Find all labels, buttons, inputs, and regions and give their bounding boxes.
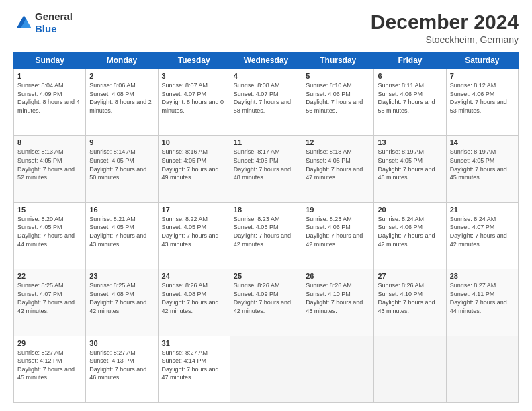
col-wednesday: Wednesday xyxy=(230,52,302,69)
calendar-header-row: Sunday Monday Tuesday Wednesday Thursday… xyxy=(14,52,519,69)
table-row: 21 Sunrise: 8:24 AMSunset: 4:07 PMDaylig… xyxy=(446,202,518,269)
day-info: Sunrise: 8:06 AMSunset: 4:08 PMDaylight:… xyxy=(89,82,152,114)
table-row: 9 Sunrise: 8:14 AMSunset: 4:05 PMDayligh… xyxy=(86,136,158,202)
day-info: Sunrise: 8:25 AMSunset: 4:08 PMDaylight:… xyxy=(89,282,146,314)
day-info: Sunrise: 8:26 AMSunset: 4:09 PMDaylight:… xyxy=(234,282,291,314)
day-info: Sunrise: 8:19 AMSunset: 4:05 PMDaylight:… xyxy=(450,148,507,181)
day-number: 24 xyxy=(162,272,226,280)
logo-wrapper: General Blue xyxy=(13,11,73,35)
day-number: 6 xyxy=(378,72,442,80)
day-number: 5 xyxy=(306,72,370,80)
day-info: Sunrise: 8:24 AMSunset: 4:07 PMDaylight:… xyxy=(450,216,507,248)
day-info: Sunrise: 8:11 AMSunset: 4:06 PMDaylight:… xyxy=(378,82,435,114)
col-tuesday: Tuesday xyxy=(158,52,230,69)
day-number: 30 xyxy=(89,339,154,347)
table-row: 4 Sunrise: 8:08 AMSunset: 4:07 PMDayligh… xyxy=(230,69,302,136)
day-number: 17 xyxy=(162,205,226,214)
day-number: 2 xyxy=(89,72,154,80)
day-number: 8 xyxy=(17,138,82,146)
table-row: 12 Sunrise: 8:18 AMSunset: 4:05 PMDaylig… xyxy=(302,136,374,202)
day-info: Sunrise: 8:22 AMSunset: 4:05 PMDaylight:… xyxy=(162,216,219,248)
day-info: Sunrise: 8:26 AMSunset: 4:08 PMDaylight:… xyxy=(162,282,219,314)
empty-cell xyxy=(446,336,518,402)
table-row: 10 Sunrise: 8:16 AMSunset: 4:05 PMDaylig… xyxy=(158,136,230,202)
calendar-week-row: 22 Sunrise: 8:25 AMSunset: 4:07 PMDaylig… xyxy=(14,269,519,336)
day-number: 21 xyxy=(450,205,515,214)
table-row: 20 Sunrise: 8:24 AMSunset: 4:06 PMDaylig… xyxy=(374,202,446,269)
empty-cell xyxy=(230,336,302,402)
col-monday: Monday xyxy=(86,52,158,69)
table-row: 16 Sunrise: 8:21 AMSunset: 4:05 PMDaylig… xyxy=(86,202,158,269)
day-number: 11 xyxy=(234,138,298,146)
table-row: 25 Sunrise: 8:26 AMSunset: 4:09 PMDaylig… xyxy=(230,269,302,336)
day-info: Sunrise: 8:27 AMSunset: 4:13 PMDaylight:… xyxy=(89,349,146,381)
table-row: 19 Sunrise: 8:23 AMSunset: 4:06 PMDaylig… xyxy=(302,202,374,269)
day-info: Sunrise: 8:27 AMSunset: 4:14 PMDaylight:… xyxy=(162,349,219,381)
header: General Blue December 2024 Stoeckheim, G… xyxy=(13,11,519,45)
subtitle: Stoeckheim, Germany xyxy=(371,34,519,45)
day-number: 12 xyxy=(306,138,370,146)
day-number: 15 xyxy=(17,205,82,214)
logo-general: General xyxy=(35,11,73,22)
calendar-week-row: 8 Sunrise: 8:13 AMSunset: 4:05 PMDayligh… xyxy=(14,136,519,202)
table-row: 1 Sunrise: 8:04 AMSunset: 4:09 PMDayligh… xyxy=(14,69,86,136)
day-number: 10 xyxy=(162,138,226,146)
day-number: 27 xyxy=(378,272,442,280)
empty-cell xyxy=(302,336,374,402)
table-row: 26 Sunrise: 8:26 AMSunset: 4:10 PMDaylig… xyxy=(302,269,374,336)
table-row: 13 Sunrise: 8:19 AMSunset: 4:05 PMDaylig… xyxy=(374,136,446,202)
day-info: Sunrise: 8:26 AMSunset: 4:10 PMDaylight:… xyxy=(378,282,435,314)
main-title: December 2024 xyxy=(371,11,519,33)
day-number: 13 xyxy=(378,138,442,146)
day-number: 18 xyxy=(234,205,298,214)
day-info: Sunrise: 8:08 AMSunset: 4:07 PMDaylight:… xyxy=(234,82,291,114)
table-row: 14 Sunrise: 8:19 AMSunset: 4:05 PMDaylig… xyxy=(446,136,518,202)
calendar-week-row: 29 Sunrise: 8:27 AMSunset: 4:12 PMDaylig… xyxy=(14,336,519,402)
col-sunday: Sunday xyxy=(14,52,86,69)
day-number: 9 xyxy=(89,138,154,146)
day-info: Sunrise: 8:27 AMSunset: 4:11 PMDaylight:… xyxy=(450,282,507,314)
table-row: 2 Sunrise: 8:06 AMSunset: 4:08 PMDayligh… xyxy=(86,69,158,136)
day-info: Sunrise: 8:16 AMSunset: 4:05 PMDaylight:… xyxy=(162,148,219,181)
day-info: Sunrise: 8:26 AMSunset: 4:10 PMDaylight:… xyxy=(306,282,363,314)
day-info: Sunrise: 8:18 AMSunset: 4:05 PMDaylight:… xyxy=(306,148,363,181)
day-number: 3 xyxy=(162,72,226,80)
day-number: 28 xyxy=(450,272,515,280)
table-row: 18 Sunrise: 8:23 AMSunset: 4:05 PMDaylig… xyxy=(230,202,302,269)
table-row: 7 Sunrise: 8:12 AMSunset: 4:06 PMDayligh… xyxy=(446,69,518,136)
day-info: Sunrise: 8:07 AMSunset: 4:07 PMDaylight:… xyxy=(162,82,224,114)
day-info: Sunrise: 8:10 AMSunset: 4:06 PMDaylight:… xyxy=(306,82,363,114)
day-info: Sunrise: 8:19 AMSunset: 4:05 PMDaylight:… xyxy=(378,148,435,181)
day-number: 26 xyxy=(306,272,370,280)
calendar-table: Sunday Monday Tuesday Wednesday Thursday… xyxy=(13,52,519,403)
day-info: Sunrise: 8:23 AMSunset: 4:06 PMDaylight:… xyxy=(306,216,363,248)
day-number: 7 xyxy=(450,72,515,80)
page: General Blue December 2024 Stoeckheim, G… xyxy=(0,0,532,411)
table-row: 15 Sunrise: 8:20 AMSunset: 4:05 PMDaylig… xyxy=(14,202,86,269)
empty-cell xyxy=(374,336,446,402)
table-row: 24 Sunrise: 8:26 AMSunset: 4:08 PMDaylig… xyxy=(158,269,230,336)
logo-icon xyxy=(13,13,32,32)
table-row: 27 Sunrise: 8:26 AMSunset: 4:10 PMDaylig… xyxy=(374,269,446,336)
day-info: Sunrise: 8:23 AMSunset: 4:05 PMDaylight:… xyxy=(234,216,291,248)
day-number: 14 xyxy=(450,138,515,146)
table-row: 17 Sunrise: 8:22 AMSunset: 4:05 PMDaylig… xyxy=(158,202,230,269)
table-row: 30 Sunrise: 8:27 AMSunset: 4:13 PMDaylig… xyxy=(86,336,158,402)
logo-blue: Blue xyxy=(35,23,57,34)
day-number: 1 xyxy=(17,72,82,80)
table-row: 22 Sunrise: 8:25 AMSunset: 4:07 PMDaylig… xyxy=(14,269,86,336)
day-info: Sunrise: 8:21 AMSunset: 4:05 PMDaylight:… xyxy=(89,216,146,248)
day-number: 25 xyxy=(234,272,298,280)
table-row: 28 Sunrise: 8:27 AMSunset: 4:11 PMDaylig… xyxy=(446,269,518,336)
day-info: Sunrise: 8:27 AMSunset: 4:12 PMDaylight:… xyxy=(17,349,75,381)
calendar-week-row: 1 Sunrise: 8:04 AMSunset: 4:09 PMDayligh… xyxy=(14,69,519,136)
day-number: 22 xyxy=(17,272,82,280)
table-row: 3 Sunrise: 8:07 AMSunset: 4:07 PMDayligh… xyxy=(158,69,230,136)
calendar-week-row: 15 Sunrise: 8:20 AMSunset: 4:05 PMDaylig… xyxy=(14,202,519,269)
day-info: Sunrise: 8:20 AMSunset: 4:05 PMDaylight:… xyxy=(17,216,75,248)
day-info: Sunrise: 8:24 AMSunset: 4:06 PMDaylight:… xyxy=(378,216,435,248)
day-info: Sunrise: 8:17 AMSunset: 4:05 PMDaylight:… xyxy=(234,148,291,181)
day-number: 20 xyxy=(378,205,442,214)
table-row: 5 Sunrise: 8:10 AMSunset: 4:06 PMDayligh… xyxy=(302,69,374,136)
table-row: 6 Sunrise: 8:11 AMSunset: 4:06 PMDayligh… xyxy=(374,69,446,136)
